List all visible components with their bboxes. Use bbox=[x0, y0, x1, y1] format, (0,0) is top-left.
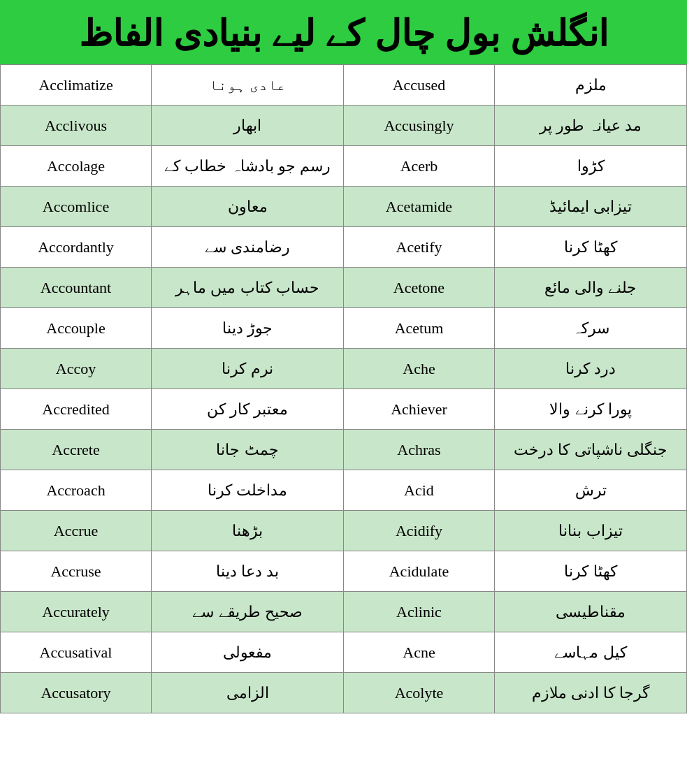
vocabulary-table-container: Acclimatizeعادی ہوناAccusedملزمAcclivous… bbox=[0, 64, 687, 713]
urdu-meaning-right: ترش bbox=[495, 470, 687, 511]
english-word-left: Accusatival bbox=[1, 632, 152, 673]
urdu-meaning-left: ابھار bbox=[152, 106, 344, 146]
english-word-right: Acne bbox=[343, 632, 494, 673]
english-word-right: Acetamide bbox=[343, 187, 494, 227]
table-row: AccusatoryالزامیAcolyteگرجا کا ادنی ملاز… bbox=[1, 673, 687, 713]
english-word-left: Accrue bbox=[1, 511, 152, 551]
english-word-right: Ache bbox=[343, 349, 494, 389]
english-word-right: Aclinic bbox=[343, 592, 494, 632]
urdu-meaning-right: کیل مہاسے bbox=[495, 632, 687, 673]
urdu-meaning-left: معاون bbox=[152, 187, 344, 227]
table-row: AccomliceمعاونAcetamideتیزابی ایمائیڈ bbox=[1, 187, 687, 227]
urdu-meaning-right: ملزم bbox=[495, 65, 687, 106]
urdu-meaning-left: عادی ہونا bbox=[152, 65, 344, 106]
table-row: Acclimatizeعادی ہوناAccusedملزم bbox=[1, 65, 687, 106]
urdu-meaning-left: الزامی bbox=[152, 673, 344, 713]
urdu-meaning-left: چمٹ جانا bbox=[152, 430, 344, 470]
english-word-right: Acidulate bbox=[343, 551, 494, 592]
urdu-meaning-right: گرجا کا ادنی ملازم bbox=[495, 673, 687, 713]
english-word-left: Accroach bbox=[1, 470, 152, 511]
english-word-right: Achras bbox=[343, 430, 494, 470]
english-word-right: Accused bbox=[343, 65, 494, 106]
urdu-meaning-left: رضامندی سے bbox=[152, 227, 344, 268]
english-word-left: Acclimatize bbox=[1, 65, 152, 106]
vocabulary-table: Acclimatizeعادی ہوناAccusedملزمAcclivous… bbox=[0, 64, 687, 713]
urdu-meaning-right: مد عیانہ طور پر bbox=[495, 106, 687, 146]
urdu-meaning-right: مقناطیسی bbox=[495, 592, 687, 632]
english-word-left: Accomlice bbox=[1, 187, 152, 227]
table-row: Accolageرسم جو بادشاہ خطاب کےAcerbکڑوا bbox=[1, 146, 687, 187]
urdu-meaning-left: جوڑ دینا bbox=[152, 308, 344, 349]
urdu-meaning-right: کھٹا کرنا bbox=[495, 227, 687, 268]
english-word-left: Accoy bbox=[1, 349, 152, 389]
urdu-meaning-left: مداخلت کرنا bbox=[152, 470, 344, 511]
table-row: Accoupleجوڑ دیناAcetumسرکہ bbox=[1, 308, 687, 349]
urdu-meaning-left: صحیح طریقے سے bbox=[152, 592, 344, 632]
urdu-meaning-left: نرم کرنا bbox=[152, 349, 344, 389]
urdu-meaning-left: رسم جو بادشاہ خطاب کے bbox=[152, 146, 344, 187]
table-row: Accuratelyصحیح طریقے سےAclinicمقناطیسی bbox=[1, 592, 687, 632]
page-header: انگلش بول چال کے لیے بنیادی الفاظ bbox=[0, 0, 687, 64]
urdu-meaning-right: پورا کرنے والا bbox=[495, 389, 687, 430]
english-word-right: Acetum bbox=[343, 308, 494, 349]
english-word-left: Accouple bbox=[1, 308, 152, 349]
english-word-right: Acidify bbox=[343, 511, 494, 551]
table-row: Accroachمداخلت کرناAcidترش bbox=[1, 470, 687, 511]
urdu-meaning-right: سرکہ bbox=[495, 308, 687, 349]
urdu-meaning-left: مفعولی bbox=[152, 632, 344, 673]
english-word-right: Acerb bbox=[343, 146, 494, 187]
english-word-left: Accolage bbox=[1, 146, 152, 187]
english-word-left: Accountant bbox=[1, 268, 152, 308]
urdu-meaning-right: کھٹا کرنا bbox=[495, 551, 687, 592]
english-word-left: Accurately bbox=[1, 592, 152, 632]
urdu-meaning-right: جلنے والی مائع bbox=[495, 268, 687, 308]
table-row: Accruseبد دعا دیناAcidulateکھٹا کرنا bbox=[1, 551, 687, 592]
table-row: AccrueبڑھناAcidifyتیزاب بنانا bbox=[1, 511, 687, 551]
english-word-left: Accruse bbox=[1, 551, 152, 592]
english-word-right: Acetify bbox=[343, 227, 494, 268]
table-row: AccusativalمفعولیAcneکیل مہاسے bbox=[1, 632, 687, 673]
english-word-right: Achiever bbox=[343, 389, 494, 430]
english-word-right: Acetone bbox=[343, 268, 494, 308]
table-row: Accreteچمٹ جاناAchrasجنگلی ناشپاتی کا در… bbox=[1, 430, 687, 470]
table-row: Accoyنرم کرناAcheدرد کرنا bbox=[1, 349, 687, 389]
english-word-left: Accordantly bbox=[1, 227, 152, 268]
urdu-meaning-right: جنگلی ناشپاتی کا درخت bbox=[495, 430, 687, 470]
urdu-meaning-right: تیزاب بنانا bbox=[495, 511, 687, 551]
table-row: Accreditedمعتبر کار کنAchieverپورا کرنے … bbox=[1, 389, 687, 430]
english-word-right: Accusingly bbox=[343, 106, 494, 146]
urdu-meaning-left: معتبر کار کن bbox=[152, 389, 344, 430]
urdu-meaning-left: حساب کتاب میں ماہر bbox=[152, 268, 344, 308]
table-row: Accountantحساب کتاب میں ماہرAcetoneجلنے … bbox=[1, 268, 687, 308]
table-row: AcclivousابھارAccusinglyمد عیانہ طور پر bbox=[1, 106, 687, 146]
urdu-meaning-left: بڑھنا bbox=[152, 511, 344, 551]
urdu-meaning-right: کڑوا bbox=[495, 146, 687, 187]
english-word-left: Accrete bbox=[1, 430, 152, 470]
english-word-left: Accredited bbox=[1, 389, 152, 430]
table-row: Accordantlyرضامندی سےAcetifyکھٹا کرنا bbox=[1, 227, 687, 268]
english-word-left: Acclivous bbox=[1, 106, 152, 146]
english-word-right: Acolyte bbox=[343, 673, 494, 713]
urdu-meaning-right: تیزابی ایمائیڈ bbox=[495, 187, 687, 227]
english-word-right: Acid bbox=[343, 470, 494, 511]
english-word-left: Accusatory bbox=[1, 673, 152, 713]
urdu-meaning-right: درد کرنا bbox=[495, 349, 687, 389]
page-title: انگلش بول چال کے لیے بنیادی الفاظ bbox=[7, 13, 680, 55]
urdu-meaning-left: بد دعا دینا bbox=[152, 551, 344, 592]
